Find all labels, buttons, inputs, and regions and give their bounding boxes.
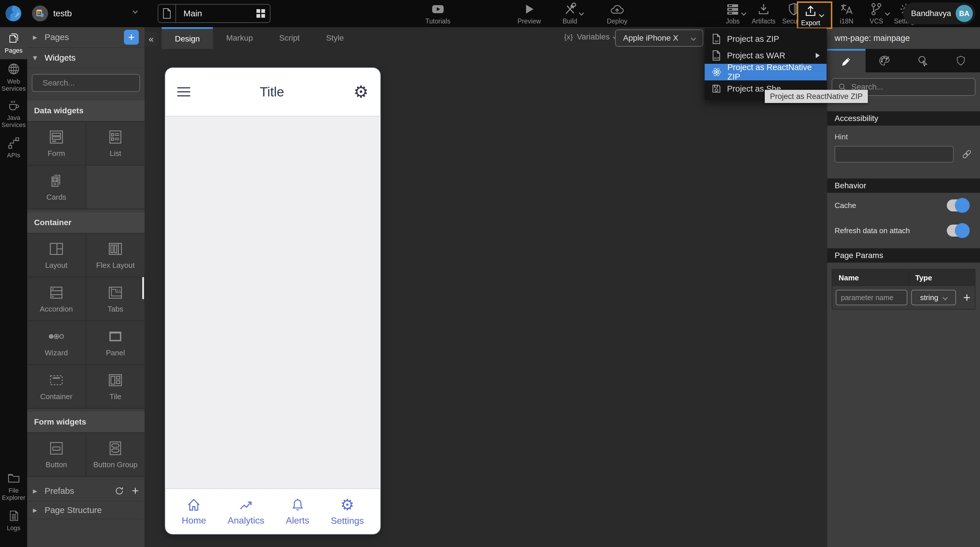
build-button[interactable]: Build	[554, 2, 585, 25]
widget-tile-wizard[interactable]: Wizard	[27, 321, 86, 364]
export-tooltip: Project as ReactNative ZIP	[765, 90, 868, 103]
collapse-panel-button[interactable]: «	[145, 32, 158, 46]
phone-nav-analytics[interactable]: Analytics	[228, 498, 264, 526]
widget-tile-list[interactable]: List	[86, 122, 145, 165]
tab-design[interactable]: Design	[162, 27, 213, 49]
phone-page-title[interactable]: Title	[190, 84, 353, 100]
page-params-section-header[interactable]: Page Params	[827, 248, 980, 262]
tab-events[interactable]	[904, 49, 942, 72]
rail-item-file-explorer[interactable]: File Explorer	[0, 468, 27, 505]
i18n-button[interactable]: i18N	[835, 2, 858, 25]
widget-tile-flex-layout[interactable]: Flex Layout	[86, 234, 145, 277]
build-chevron-down-icon	[579, 10, 584, 16]
deploy-button[interactable]: Deploy	[600, 2, 634, 25]
menu-item-project-as-war[interactable]: WAR Project as WAR	[705, 47, 827, 64]
widget-tile-tabs[interactable]: Tabs	[86, 278, 145, 320]
widgets-section-header[interactable]: ▼ Widgets	[27, 48, 145, 68]
tab-styles[interactable]	[865, 49, 904, 72]
widget-search-box[interactable]	[32, 74, 140, 92]
palette-icon	[879, 55, 890, 66]
bind-link-icon[interactable]	[961, 148, 972, 160]
cache-toggle[interactable]	[947, 199, 969, 211]
refresh-icon[interactable]	[115, 486, 124, 496]
add-parameter-button[interactable]: +	[963, 291, 970, 304]
add-page-button[interactable]: +	[124, 30, 139, 45]
rail-item-logs[interactable]: Logs	[0, 505, 27, 537]
parameter-name-input[interactable]	[836, 290, 907, 305]
page-selector[interactable]: Main	[158, 4, 270, 23]
rail-item-pages[interactable]: Pages	[0, 27, 27, 59]
cards-icon	[48, 173, 65, 189]
rail-item-java-services[interactable]: Java Services	[0, 95, 27, 132]
page-selector-value: Main	[176, 5, 251, 22]
rail-item-web-services[interactable]: Web Services	[0, 59, 27, 95]
project-chip[interactable]: testb	[32, 4, 72, 23]
pages-collapsed-arrow-icon: ▶	[33, 34, 37, 40]
menu-item-project-as-reactnative-zip[interactable]: Project as ReactNative ZIP	[705, 64, 827, 80]
page-structure-section-header[interactable]: ▶ Page Structure	[27, 501, 145, 519]
save-disk-icon	[711, 84, 721, 94]
project-chevron-down-icon[interactable]	[132, 8, 138, 13]
tab-security[interactable]	[942, 49, 980, 72]
widget-tile-container[interactable]: Container	[27, 365, 86, 408]
rail-item-apis[interactable]: APIs	[0, 132, 27, 164]
parameter-type-select[interactable]: string	[911, 290, 956, 305]
preview-button[interactable]: Preview	[514, 2, 545, 25]
phone-header-gear-icon[interactable]: ⚙	[353, 84, 368, 100]
build-tools-icon	[563, 2, 577, 16]
widget-tile-cards[interactable]: Cards	[27, 165, 86, 208]
export-chevron-down-icon	[819, 12, 824, 17]
tab-style[interactable]: Style	[313, 27, 357, 49]
widget-tile-panel[interactable]: Panel	[86, 321, 145, 364]
export-label: Export	[801, 19, 820, 27]
build-label: Build	[562, 17, 577, 25]
properties-search-input[interactable]	[851, 83, 969, 92]
user-menu[interactable]: Bandhavya BA	[903, 3, 975, 24]
refresh-data-toggle[interactable]	[947, 224, 969, 237]
widget-tile-button[interactable]: Button	[27, 433, 86, 476]
phone-content-area[interactable]	[166, 116, 380, 489]
artifacts-button[interactable]: Artifacts	[749, 2, 778, 25]
widget-tile-tile[interactable]: Tile	[86, 365, 145, 408]
menu-item-project-as-zip[interactable]: ZIP Project as ZIP	[705, 30, 827, 47]
prefabs-section-header[interactable]: ▶ Prefabs +	[27, 481, 145, 501]
behavior-section-header[interactable]: Behavior	[827, 178, 980, 193]
widget-tile-form[interactable]: Form	[27, 122, 86, 165]
phone-nav-settings[interactable]: ⚙ Settings	[331, 497, 364, 526]
rail-spacer	[0, 164, 27, 468]
widget-tile-layout[interactable]: Layout	[27, 234, 86, 277]
shield-outline-icon	[956, 55, 966, 66]
tab-properties[interactable]	[827, 49, 865, 72]
jobs-button[interactable]: Jobs	[719, 2, 746, 25]
widget-tile-accordion[interactable]: Accordion	[27, 278, 86, 320]
panel-scrollbar[interactable]	[142, 277, 144, 299]
phone-nav-home[interactable]: Home	[182, 498, 206, 526]
phone-nav-alerts[interactable]: Alerts	[286, 498, 309, 526]
widget-tile-button-group[interactable]: Button Group	[86, 433, 145, 476]
home-icon	[186, 498, 202, 512]
widget-search-input[interactable]	[43, 78, 145, 87]
hamburger-menu-icon[interactable]	[177, 87, 190, 96]
tab-markup[interactable]: Markup	[213, 27, 266, 49]
vcs-button[interactable]: VCS	[863, 2, 890, 25]
accessibility-section-header[interactable]: Accessibility	[827, 111, 980, 126]
page-grid-icon[interactable]	[251, 5, 270, 22]
cache-toggle-row: Cache	[827, 193, 980, 218]
variables-dropdown[interactable]: {x} Variables	[564, 32, 617, 41]
export-button[interactable]: Export	[801, 4, 820, 27]
container-icon	[48, 372, 65, 388]
empty-grid-cell	[86, 165, 145, 208]
export-dropdown-menu: ZIP Project as ZIP WAR Project as WAR Pr…	[705, 28, 827, 100]
tab-script[interactable]: Script	[266, 27, 313, 49]
logs-document-icon	[8, 510, 19, 522]
svg-text:WAR: WAR	[714, 57, 719, 59]
wavemaker-logo-icon[interactable]	[4, 3, 23, 24]
preview-label: Preview	[517, 17, 541, 25]
container-widgets-grid: Layout Flex Layout Accordion Tabs Wizard…	[27, 233, 145, 409]
hint-input[interactable]	[835, 146, 954, 162]
user-name: Bandhavya	[911, 9, 951, 18]
device-selector[interactable]: Apple iPhone X	[615, 29, 703, 47]
add-prefab-button[interactable]: +	[132, 485, 139, 497]
pages-section-header[interactable]: ▶ Pages +	[27, 27, 145, 48]
tutorials-button[interactable]: Tutorials	[418, 2, 457, 25]
